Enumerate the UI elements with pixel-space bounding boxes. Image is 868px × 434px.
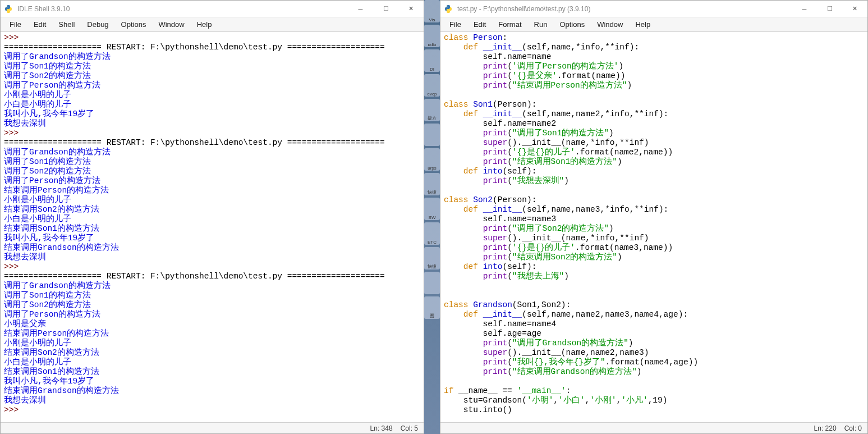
shell-line: 我想去深圳	[4, 253, 420, 262]
desktop-icon[interactable]: DI	[424, 49, 440, 72]
menu-run[interactable]: Run	[529, 19, 553, 30]
python-icon	[4, 4, 13, 13]
close-button[interactable]: ✕	[842, 1, 867, 17]
shell-line: 我叫小凡,我今年19岁了	[4, 234, 420, 243]
code-line: self.name=name3	[444, 214, 864, 224]
shell-line: 小明是父亲	[4, 319, 420, 329]
code-line: print('{}是父亲'.format(name))	[444, 71, 864, 81]
desktop-icon[interactable]: SW	[424, 198, 440, 220]
code-line: print("调用了Grandson的构造方法")	[444, 339, 864, 348]
editor-col-indicator: Col: 0	[844, 424, 862, 432]
code-line: if __name__ == '__main__':	[444, 386, 864, 396]
code-line: print("我叫{},我今年{}岁了".format(name4,age))	[444, 358, 864, 367]
code-line: def __init__(self,name,name2,name3,name4…	[444, 310, 864, 319]
code-line: class Son1(Person):	[444, 100, 864, 109]
desktop-icon[interactable]: 快捷	[424, 247, 440, 269]
maximize-button[interactable]: ☐	[373, 1, 398, 17]
maximize-button[interactable]: ☐	[817, 1, 842, 17]
shell-line: >>>	[4, 405, 420, 415]
code-line: def into(self):	[444, 262, 864, 272]
code-line: self.name=name	[444, 52, 864, 62]
desktop-icon[interactable]: ETC	[424, 222, 440, 245]
code-line: print("我想去深圳")	[444, 176, 864, 186]
desktop-gap: VisudioDIevcp捷方urps快捷SWETC快捷图	[424, 0, 440, 434]
shell-line: 调用了Son1的构造方法	[4, 291, 420, 300]
desktop-icon[interactable]: 图	[424, 296, 440, 319]
desktop-icon[interactable]: evcp	[424, 74, 440, 97]
menu-edit[interactable]: Edit	[28, 19, 52, 30]
shell-line: 调用了Grandson的构造方法	[4, 148, 420, 157]
shell-line: 我想去深圳	[4, 396, 420, 405]
editor-title: test.py - F:\pythonshell\demo\test.py (3…	[457, 5, 792, 13]
shell-line: 调用了Grandson的构造方法	[4, 52, 420, 62]
shell-line: 结束调用Person的构造方法	[4, 329, 420, 339]
menu-file[interactable]: File	[444, 19, 467, 30]
editor-menubar: FileEditFormatRunOptionsWindowHelp	[440, 17, 867, 32]
shell-line-indicator: Ln: 348	[370, 424, 393, 432]
menu-window[interactable]: Window	[591, 19, 628, 30]
shell-col-indicator: Col: 5	[401, 424, 418, 432]
desktop-icon[interactable]: 捷方	[424, 99, 440, 121]
menu-format[interactable]: Format	[493, 19, 527, 30]
menu-debug[interactable]: Debug	[81, 19, 114, 30]
code-line: stu=Grandson('小明','小白','小刚','小凡',19)	[444, 396, 864, 405]
shell-line: 小刚是小明的儿子	[4, 90, 420, 100]
shell-line: 结束调用Son2的构造方法	[4, 348, 420, 358]
code-line: def __init__(self,name,name2,*info,**inf…	[444, 109, 864, 119]
code-line: self.name=name2	[444, 119, 864, 129]
code-line: stu.into()	[444, 405, 864, 415]
shell-line: ==================== RESTART: F:\pythons…	[4, 138, 420, 148]
code-line: print("结束调用Son1的构造方法")	[444, 157, 864, 167]
shell-line: 小刚是小明的儿子	[4, 195, 420, 205]
code-line: print("我想去上海")	[444, 272, 864, 281]
shell-line: 结束调用Person的构造方法	[4, 186, 420, 195]
desktop-icon[interactable]: udio	[424, 25, 440, 47]
menu-edit[interactable]: Edit	[468, 19, 492, 30]
shell-line: 结束调用Son1的构造方法	[4, 367, 420, 377]
code-line: super().__init__(name,*info,**inf)	[444, 234, 864, 243]
desktop-icon[interactable]	[424, 124, 440, 146]
menu-help[interactable]: Help	[191, 19, 218, 30]
idle-editor-window: test.py - F:\pythonshell\demo\test.py (3…	[440, 0, 868, 434]
editor-code-area[interactable]: class Person: def __init__(self,name,*in…	[440, 32, 867, 422]
minimize-button[interactable]: ─	[792, 1, 817, 17]
menu-file[interactable]: File	[4, 19, 27, 30]
shell-line: 小白是小明的儿子	[4, 100, 420, 109]
code-line: print("调用了Son2的构造方法")	[444, 224, 864, 234]
shell-line: 我叫小凡,我今年19岁了	[4, 377, 420, 386]
menu-options[interactable]: Options	[554, 19, 590, 30]
shell-line: >>>	[4, 262, 420, 272]
shell-statusbar: Ln: 348 Col: 5	[1, 422, 424, 433]
close-button[interactable]: ✕	[398, 1, 424, 17]
shell-line: 调用了Son1的构造方法	[4, 157, 420, 167]
editor-titlebar[interactable]: test.py - F:\pythonshell\demo\test.py (3…	[440, 1, 867, 17]
shell-line: 结束调用Grandson的构造方法	[4, 243, 420, 253]
menu-shell[interactable]: Shell	[53, 19, 80, 30]
shell-output-area[interactable]: >>>==================== RESTART: F:\pyth…	[1, 32, 424, 422]
editor-line-indicator: Ln: 220	[814, 424, 837, 432]
menu-options[interactable]: Options	[116, 19, 152, 30]
shell-line: 调用了Grandson的构造方法	[4, 281, 420, 291]
code-line: class Son2(Person):	[444, 195, 864, 205]
minimize-button[interactable]: ─	[348, 1, 373, 17]
code-line: print("调用了Son1的构造方法")	[444, 129, 864, 138]
python-icon	[444, 4, 453, 13]
shell-line: 小白是小明的儿子	[4, 358, 420, 367]
shell-line: >>>	[4, 129, 420, 138]
menu-window[interactable]: Window	[153, 19, 190, 30]
shell-line: 调用了Person的构造方法	[4, 310, 420, 319]
shell-line: 结束调用Son2的构造方法	[4, 205, 420, 214]
shell-line: 结束调用Grandson的构造方法	[4, 386, 420, 396]
desktop-icon[interactable]: Vis	[424, 0, 440, 22]
desktop-icon[interactable]: 快捷	[424, 173, 440, 195]
code-line: super().__init__(name,name2,name3)	[444, 348, 864, 358]
desktop-icon[interactable]: urps	[424, 148, 440, 171]
shell-line: 我叫小凡,我今年19岁了	[4, 109, 420, 119]
menu-help[interactable]: Help	[630, 19, 656, 30]
shell-titlebar[interactable]: IDLE Shell 3.9.10 ─ ☐ ✕	[1, 1, 424, 17]
shell-line: >>>	[4, 33, 420, 43]
code-line: print("结束调用Person的构造方法")	[444, 81, 864, 90]
shell-title: IDLE Shell 3.9.10	[17, 5, 348, 13]
desktop-icon[interactable]	[424, 272, 440, 294]
code-line: self.name=name4	[444, 319, 864, 329]
